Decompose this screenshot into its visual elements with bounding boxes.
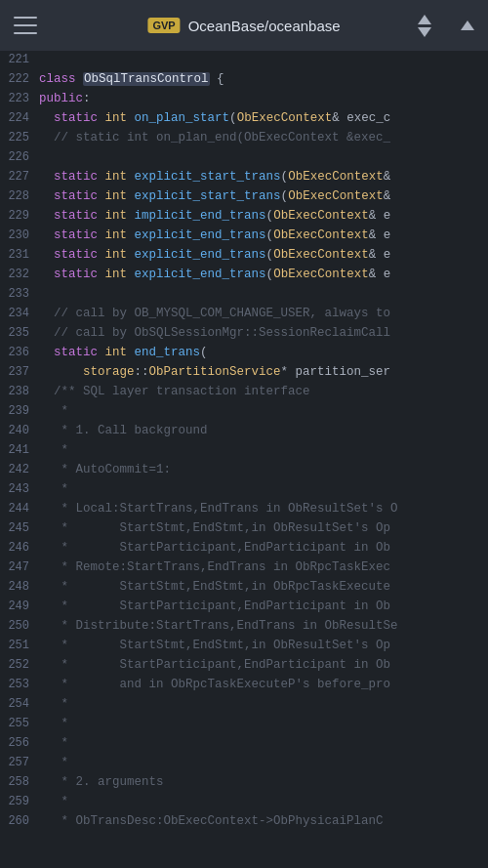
- arrow-up2-icon[interactable]: [461, 21, 474, 30]
- line-number: 234: [0, 305, 39, 323]
- line-number: 238: [0, 383, 39, 401]
- line-number: 255: [0, 715, 39, 733]
- line-number: 241: [0, 441, 39, 460]
- code-line: 243 *: [0, 480, 488, 500]
- code-line: 234 // call by OB_MYSQL_COM_CHANGE_USER,…: [0, 305, 488, 324]
- code-line: 224 static int on_plan_start(ObExecConte…: [0, 109, 488, 129]
- code-line: 221: [0, 51, 488, 70]
- line-content: * Remote:StartTrans,EndTrans in ObRpcTas…: [39, 558, 488, 577]
- code-line: 225 // static int on_plan_end(ObExecCont…: [0, 129, 488, 148]
- line-number: 237: [0, 363, 39, 382]
- line-content: * StartStmt,EndStmt,in ObResultSet's Op: [39, 519, 488, 538]
- code-line: 258 * 2. arguments: [0, 773, 488, 793]
- line-number: 250: [0, 617, 39, 636]
- line-number: 222: [0, 70, 39, 89]
- line-content: // call by ObSQLSessionMgr::SessionRecla…: [39, 324, 488, 343]
- code-line: 238 /** SQL layer transaction interface: [0, 383, 488, 402]
- line-number: 252: [0, 656, 39, 675]
- line-number: 233: [0, 285, 39, 304]
- code-line: 226: [0, 148, 488, 168]
- line-content: static int end_trans(: [39, 344, 488, 362]
- line-content: // call by OB_MYSQL_COM_CHANGE_USER, alw…: [39, 305, 488, 323]
- line-content: *: [39, 793, 488, 811]
- line-content: static int explicit_start_trans(ObExecCo…: [39, 168, 488, 186]
- code-line: 254 *: [0, 695, 488, 715]
- line-number: 230: [0, 227, 39, 245]
- code-line: 259 *: [0, 793, 488, 812]
- line-number: 242: [0, 461, 39, 479]
- line-content: *: [39, 754, 488, 772]
- nav-arrows: [418, 15, 474, 37]
- code-line: 246 * StartParticipant,EndParticipant in…: [0, 539, 488, 558]
- line-number: 244: [0, 500, 39, 518]
- line-number: 251: [0, 637, 39, 655]
- code-line: 231 static int explicit_end_trans(ObExec…: [0, 246, 488, 266]
- code-line: 257 *: [0, 754, 488, 773]
- code-line: 232 static int explicit_end_trans(ObExec…: [0, 266, 488, 285]
- line-content: * StartStmt,EndStmt,in ObResultSet's Op: [39, 637, 488, 655]
- line-number: 243: [0, 480, 39, 499]
- line-content: static int implicit_end_trans(ObExecCont…: [39, 207, 488, 226]
- line-number: 254: [0, 695, 39, 714]
- code-line: 245 * StartStmt,EndStmt,in ObResultSet's…: [0, 519, 488, 539]
- line-number: 245: [0, 519, 39, 538]
- line-number: 226: [0, 148, 39, 167]
- line-number: 231: [0, 246, 39, 265]
- line-content: * 2. arguments: [39, 773, 488, 792]
- line-content: * StartParticipant,EndParticipant in Ob: [39, 598, 488, 616]
- line-number: 246: [0, 539, 39, 558]
- gvp-badge: GVP: [147, 18, 180, 33]
- line-number: 258: [0, 773, 39, 792]
- line-content: static int explicit_start_trans(ObExecCo…: [39, 187, 488, 206]
- line-content: static int explicit_end_trans(ObExecCont…: [39, 227, 488, 245]
- line-content: *: [39, 715, 488, 733]
- code-line: 227 static int explicit_start_trans(ObEx…: [0, 168, 488, 187]
- line-content: static int on_plan_start(ObExecContext& …: [39, 109, 488, 128]
- code-line: 233: [0, 285, 488, 305]
- line-number: 221: [0, 51, 39, 69]
- code-line: 230 static int explicit_end_trans(ObExec…: [0, 227, 488, 246]
- code-line: 239 *: [0, 402, 488, 422]
- line-content: * ObTransDesc:ObExecContext->ObPhysicaiP…: [39, 812, 488, 831]
- line-number: 259: [0, 793, 39, 811]
- line-content: class ObSqlTransControl {: [39, 70, 488, 89]
- line-content: *: [39, 480, 488, 499]
- code-line: 236 static int end_trans(: [0, 344, 488, 363]
- arrow-down-icon[interactable]: [418, 27, 431, 37]
- code-line: 251 * StartStmt,EndStmt,in ObResultSet's…: [0, 637, 488, 656]
- line-number: 260: [0, 812, 39, 831]
- line-number: 248: [0, 578, 39, 597]
- line-content: public:: [39, 90, 488, 108]
- code-line: 223 public:: [0, 90, 488, 109]
- code-line: 248 * StartStmt,EndStmt,in ObRpcTaskExec…: [0, 578, 488, 598]
- line-content: static int explicit_end_trans(ObExecCont…: [39, 246, 488, 265]
- line-content: *: [39, 402, 488, 421]
- line-number: 256: [0, 734, 39, 753]
- code-line: 252 * StartParticipant,EndParticipant in…: [0, 656, 488, 676]
- arrow-up-icon[interactable]: [418, 15, 431, 24]
- line-content: * StartParticipant,EndParticipant in Ob: [39, 539, 488, 558]
- line-number: 227: [0, 168, 39, 186]
- code-line: 260 * ObTransDesc:ObExecContext->ObPhysi…: [0, 812, 488, 832]
- line-content: * 1. Call background: [39, 422, 488, 440]
- code-line: 240 * 1. Call background: [0, 422, 488, 441]
- line-content: *: [39, 441, 488, 460]
- line-number: 240: [0, 422, 39, 440]
- code-line: 250 * Distribute:StartTrans,EndTrans in …: [0, 617, 488, 637]
- repo-name: OceanBase/oceanbase: [188, 18, 341, 34]
- code-line: 228 static int explicit_start_trans(ObEx…: [0, 187, 488, 207]
- line-number: 224: [0, 109, 39, 128]
- code-area: 221 222 class ObSqlTransControl { 223 pu…: [0, 51, 488, 832]
- line-number: 253: [0, 676, 39, 694]
- code-line: 255 *: [0, 715, 488, 734]
- line-content: *: [39, 695, 488, 714]
- code-line: 222 class ObSqlTransControl {: [0, 70, 488, 90]
- line-number: 257: [0, 754, 39, 772]
- line-number: 228: [0, 187, 39, 206]
- line-number: 225: [0, 129, 39, 147]
- line-number: 229: [0, 207, 39, 226]
- menu-icon[interactable]: [14, 17, 37, 34]
- line-content: static int explicit_end_trans(ObExecCont…: [39, 266, 488, 284]
- line-content: * and in ObRpcTaskExecuteP's before_pro: [39, 676, 488, 694]
- line-content: * Distribute:StartTrans,EndTrans in ObRe…: [39, 617, 488, 636]
